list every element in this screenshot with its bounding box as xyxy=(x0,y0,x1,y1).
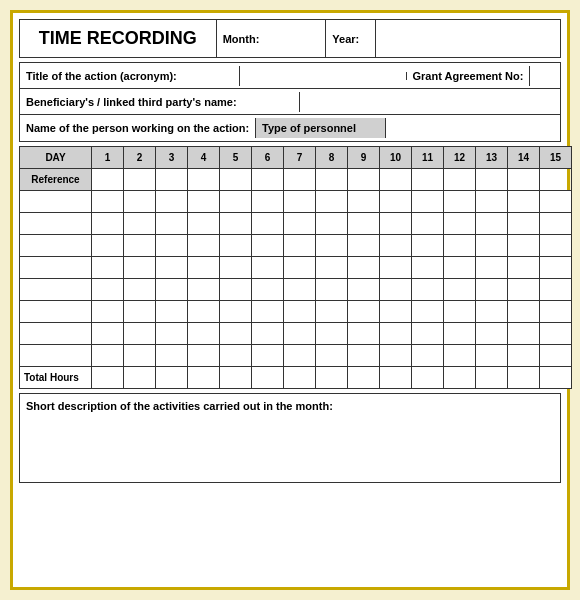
table-row xyxy=(20,235,572,257)
info-row-3: Name of the person working on the action… xyxy=(20,115,560,141)
day-6: 6 xyxy=(252,147,284,169)
total-hours-row: Total Hours xyxy=(20,367,572,389)
ref-day-14[interactable] xyxy=(508,169,540,191)
ref-day-3[interactable] xyxy=(156,169,188,191)
ref-day-13[interactable] xyxy=(476,169,508,191)
document-title: TIME RECORDING xyxy=(20,20,217,57)
ref-day-2[interactable] xyxy=(124,169,156,191)
description-section: Short description of the activities carr… xyxy=(19,393,561,483)
table-row xyxy=(20,345,572,367)
month-label-cell: Month: xyxy=(217,20,327,57)
row-ref-7[interactable] xyxy=(20,323,92,345)
day-8: 8 xyxy=(316,147,348,169)
header-row: TIME RECORDING Month: Year: xyxy=(19,19,561,58)
table-row xyxy=(20,257,572,279)
day-3: 3 xyxy=(156,147,188,169)
day-header-row: DAY 1 2 3 4 5 6 7 8 9 10 11 12 13 14 15 xyxy=(20,147,572,169)
person-label: Name of the person working on the action… xyxy=(20,118,256,138)
month-label: Month: xyxy=(223,33,260,45)
time-grid-table: DAY 1 2 3 4 5 6 7 8 9 10 11 12 13 14 15 xyxy=(19,146,572,389)
ref-day-1[interactable] xyxy=(92,169,124,191)
ref-day-5[interactable] xyxy=(220,169,252,191)
day-12: 12 xyxy=(444,147,476,169)
ref-day-6[interactable] xyxy=(252,169,284,191)
total-hours-label: Total Hours xyxy=(20,367,92,389)
info-section: Title of the action (acronym): Grant Agr… xyxy=(19,62,561,142)
day-14: 14 xyxy=(508,147,540,169)
table-row xyxy=(20,323,572,345)
ref-day-4[interactable] xyxy=(188,169,220,191)
description-label: Short description of the activities carr… xyxy=(26,400,554,412)
row-ref-3[interactable] xyxy=(20,235,92,257)
ref-header-row: Reference xyxy=(20,169,572,191)
personnel-type-label: Type of personnel xyxy=(256,118,386,138)
day-7: 7 xyxy=(284,147,316,169)
ref-day-11[interactable] xyxy=(412,169,444,191)
day-13: 13 xyxy=(476,147,508,169)
year-label: Year: xyxy=(332,33,359,45)
table-row xyxy=(20,301,572,323)
year-label-cell: Year: xyxy=(326,20,376,57)
day-10: 10 xyxy=(380,147,412,169)
day-2: 2 xyxy=(124,147,156,169)
grant-label: Grant Agreement No: xyxy=(407,66,531,86)
time-grid-section: DAY 1 2 3 4 5 6 7 8 9 10 11 12 13 14 15 xyxy=(19,146,561,389)
row-ref-1[interactable] xyxy=(20,191,92,213)
info-row-2: Beneficiary's / linked third party's nam… xyxy=(20,89,560,115)
table-row xyxy=(20,191,572,213)
day-11: 11 xyxy=(412,147,444,169)
document-container: TIME RECORDING Month: Year: Title of the… xyxy=(10,10,570,590)
day-5: 5 xyxy=(220,147,252,169)
row-ref-2[interactable] xyxy=(20,213,92,235)
day-1: 1 xyxy=(92,147,124,169)
ref-day-8[interactable] xyxy=(316,169,348,191)
title-value[interactable] xyxy=(240,72,407,80)
year-value[interactable] xyxy=(376,20,560,57)
row-ref-6[interactable] xyxy=(20,301,92,323)
ref-day-12[interactable] xyxy=(444,169,476,191)
day-9: 9 xyxy=(348,147,380,169)
table-row xyxy=(20,213,572,235)
title-label: Title of the action (acronym): xyxy=(20,66,240,86)
table-row xyxy=(20,279,572,301)
beneficiary-value[interactable] xyxy=(300,98,560,106)
row-ref-5[interactable] xyxy=(20,279,92,301)
day-header-cell: DAY xyxy=(20,147,92,169)
ref-day-7[interactable] xyxy=(284,169,316,191)
info-row-1: Title of the action (acronym): Grant Agr… xyxy=(20,63,560,89)
ref-day-15[interactable] xyxy=(540,169,572,191)
row-ref-8[interactable] xyxy=(20,345,92,367)
description-value[interactable] xyxy=(26,416,554,476)
ref-day-9[interactable] xyxy=(348,169,380,191)
day-4: 4 xyxy=(188,147,220,169)
reference-header: Reference xyxy=(20,169,92,191)
beneficiary-label: Beneficiary's / linked third party's nam… xyxy=(20,92,300,112)
row-ref-4[interactable] xyxy=(20,257,92,279)
day-15: 15 xyxy=(540,147,572,169)
ref-day-10[interactable] xyxy=(380,169,412,191)
